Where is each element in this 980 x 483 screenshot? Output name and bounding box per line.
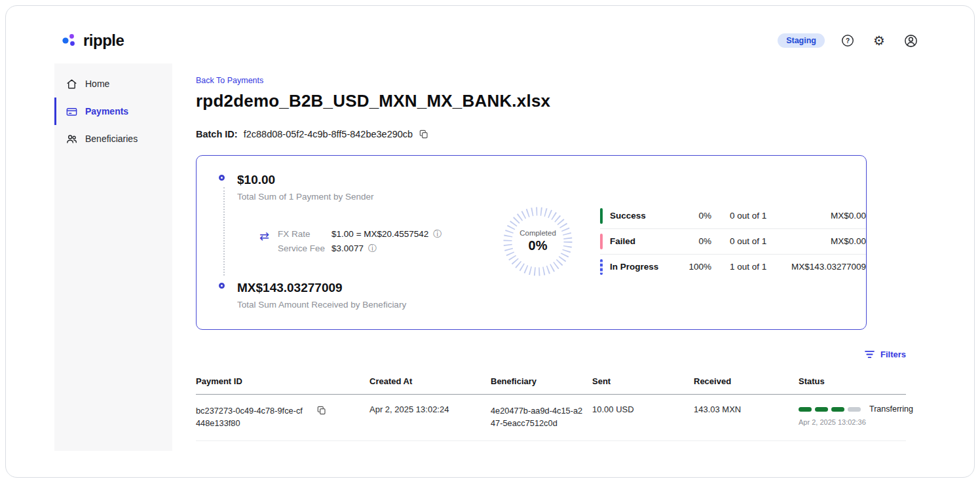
stat-percent: 0% bbox=[680, 236, 711, 246]
stat-amount: MX$143.03277009 bbox=[791, 262, 866, 272]
stat-label: Failed bbox=[603, 236, 680, 246]
table-row[interactable]: bc237273-0c49-4c78-9fce-cf448e133f80 Apr… bbox=[196, 395, 906, 441]
sidebar-item-beneficiaries[interactable]: Beneficiaries bbox=[54, 125, 172, 152]
filter-icon bbox=[864, 350, 875, 359]
copy-icon bbox=[419, 129, 429, 139]
stat-count: 0 out of 1 bbox=[711, 236, 791, 246]
sidebar-item-payments[interactable]: Payments bbox=[54, 98, 172, 125]
fx-rate-label: FX Rate bbox=[278, 229, 331, 239]
back-to-payments-link[interactable]: Back To Payments bbox=[196, 76, 263, 85]
gear-icon: ⚙ bbox=[873, 34, 885, 47]
stat-label: Success bbox=[603, 211, 680, 221]
user-avatar-icon bbox=[903, 33, 918, 48]
copy-batch-id-button[interactable] bbox=[419, 128, 430, 139]
sidebar-item-label: Home bbox=[85, 79, 109, 89]
column-header-beneficiary: Beneficiary bbox=[491, 376, 592, 386]
filters-button[interactable]: Filters bbox=[864, 349, 906, 359]
copy-icon bbox=[316, 405, 327, 416]
progress-ring-center: Completed 0% bbox=[500, 204, 576, 279]
payment-id-value: bc237273-0c49-4c78-9fce-cf448e133f80 bbox=[196, 404, 306, 429]
service-fee-text: $3.0077 bbox=[331, 243, 364, 253]
batch-summary-card: $10.00 Total Sum of 1 Payment by Sender … bbox=[196, 155, 867, 330]
stat-amount: MX$0.00 bbox=[791, 236, 866, 246]
completion-progress: Completed 0% bbox=[476, 204, 600, 279]
stat-count: 1 out of 1 bbox=[711, 262, 791, 272]
top-bar-actions: Staging ? ⚙ bbox=[778, 32, 919, 49]
sender-amount: $10.00 bbox=[237, 173, 476, 187]
stat-percent: 100% bbox=[680, 262, 711, 272]
fx-rate-value: $1.00 = MX$20.4557542 ⓘ bbox=[331, 229, 442, 239]
column-header-sent: Sent bbox=[592, 376, 694, 386]
service-fee-info-icon[interactable]: ⓘ bbox=[368, 244, 377, 253]
stat-percent: 0% bbox=[680, 211, 711, 221]
settings-button[interactable]: ⚙ bbox=[871, 32, 888, 49]
fx-details: ⇄ FX Rate $1.00 = MX$20.4557542 ⓘ Servic… bbox=[259, 229, 476, 253]
stat-count: 0 out of 1 bbox=[711, 211, 791, 221]
status-timestamp: Apr 2, 2025 13:02:36 bbox=[799, 418, 913, 426]
batch-id-label: Batch ID: bbox=[196, 129, 238, 139]
svg-text:?: ? bbox=[846, 37, 850, 45]
table-header-row: Payment ID Created At Beneficiary Sent R… bbox=[196, 370, 906, 395]
fx-rate-text: $1.00 = MX$20.4557542 bbox=[331, 229, 428, 239]
help-button[interactable]: ? bbox=[839, 32, 856, 49]
ripple-logo[interactable]: ripple bbox=[61, 31, 124, 50]
progress-label: Completed bbox=[519, 229, 556, 237]
sidebar-item-label: Beneficiaries bbox=[85, 134, 138, 144]
payments-table: Payment ID Created At Beneficiary Sent R… bbox=[196, 370, 906, 441]
payments-icon bbox=[66, 105, 78, 118]
column-header-received: Received bbox=[694, 376, 799, 386]
stat-row-failed: Failed 0% 0 out of 1 MX$0.00 bbox=[600, 229, 866, 255]
sidebar: Home Payments Beneficiaries bbox=[54, 63, 172, 451]
progress-value: 0% bbox=[529, 238, 548, 253]
app-window: ripple Staging ? ⚙ bbox=[5, 5, 975, 478]
sent-cell: 10.00 USD bbox=[592, 404, 694, 429]
brand-name: ripple bbox=[83, 31, 124, 50]
sidebar-item-label: Payments bbox=[85, 106, 128, 116]
timeline-dot bbox=[219, 283, 225, 289]
service-fee-label: Service Fee bbox=[278, 243, 331, 253]
beneficiary-caption: Total Sum Amount Received by Beneficiary bbox=[237, 300, 476, 310]
fx-rate-info-icon[interactable]: ⓘ bbox=[433, 230, 442, 238]
stat-row-in-progress: In Progress 100% 1 out of 1 MX$143.03277… bbox=[600, 255, 866, 279]
batch-id-row: Batch ID: f2c88d08-05f2-4c9b-8ff5-842be3… bbox=[196, 128, 926, 139]
progress-ring: Completed 0% bbox=[500, 204, 576, 279]
column-header-created-at: Created At bbox=[369, 376, 491, 386]
app-container: ripple Staging ? ⚙ bbox=[54, 26, 926, 451]
status-progress-segment bbox=[799, 407, 812, 412]
fx-grid: FX Rate $1.00 = MX$20.4557542 ⓘ Service … bbox=[278, 229, 442, 253]
created-at-cell: Apr 2, 2025 13:02:24 bbox=[369, 404, 491, 429]
main-content: Back To Payments rpd2demo_B2B_USD_MXN_MX… bbox=[172, 63, 926, 451]
help-icon: ? bbox=[840, 33, 855, 48]
beneficiary-cell: 4e20477b-aa9d-4c15-a247-5eacc7512c0d bbox=[491, 404, 584, 429]
payment-id-cell: bc237273-0c49-4c78-9fce-cf448e133f80 bbox=[196, 404, 369, 429]
stat-amount: MX$0.00 bbox=[791, 211, 866, 221]
stat-label: In Progress bbox=[603, 262, 680, 272]
column-header-status: Status bbox=[799, 376, 906, 386]
status-progress-segment bbox=[815, 407, 828, 412]
status-cell: Transferring Apr 2, 2025 13:02:36 bbox=[799, 404, 913, 429]
filters-row: Filters bbox=[196, 349, 906, 359]
body-row: Home Payments Beneficiaries bbox=[54, 63, 926, 451]
beneficiary-amount: MX$143.03277009 bbox=[237, 281, 476, 295]
sender-total: $10.00 Total Sum of 1 Payment by Sender bbox=[219, 173, 476, 202]
batch-id-value: f2c88d08-05f2-4c9b-8ff5-842be3e290cb bbox=[244, 129, 413, 139]
sidebar-item-home[interactable]: Home bbox=[54, 70, 172, 98]
account-button[interactable] bbox=[902, 32, 919, 49]
stat-row-success: Success 0% 0 out of 1 MX$0.00 bbox=[600, 204, 866, 229]
copy-payment-id-button[interactable] bbox=[316, 404, 328, 416]
received-cell: 143.03 MXN bbox=[694, 404, 799, 429]
filters-label: Filters bbox=[880, 349, 906, 359]
status-breakdown: Success 0% 0 out of 1 MX$0.00 Failed 0% … bbox=[600, 204, 866, 279]
timeline-dot bbox=[219, 175, 225, 181]
top-bar: ripple Staging ? ⚙ bbox=[54, 26, 926, 56]
fx-swap-icon: ⇄ bbox=[259, 229, 269, 243]
status-label: Transferring bbox=[869, 404, 913, 414]
service-fee-value: $3.0077 ⓘ bbox=[331, 243, 442, 253]
beneficiaries-icon bbox=[66, 133, 78, 145]
environment-badge: Staging bbox=[778, 33, 825, 48]
ripple-logo-mark bbox=[61, 32, 78, 49]
status-progress-bar: Transferring bbox=[799, 404, 913, 414]
status-progress-segment bbox=[831, 407, 844, 412]
amount-timeline: $10.00 Total Sum of 1 Payment by Sender … bbox=[219, 173, 476, 310]
page-title: rpd2demo_B2B_USD_MXN_MX_BANK.xlsx bbox=[196, 91, 926, 111]
